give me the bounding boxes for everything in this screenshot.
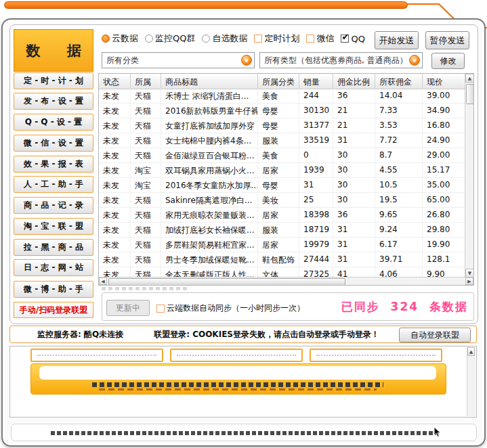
checkbox-wechat[interactable]: 微信 [306, 32, 334, 45]
updating-button[interactable]: 更新中 [106, 300, 150, 316]
table-row[interactable]: 未发天猫禾博士 浓缩乳清蛋白...美食2443614.0439.00 [99, 89, 466, 104]
table-cell: 29.80 [423, 223, 466, 237]
column-header[interactable]: 商品标题 [161, 74, 258, 89]
checkbox-timer-plan[interactable]: 定时计划 [254, 32, 299, 45]
bottom-marquee [11, 424, 477, 441]
sidebar-item-taobao-alliance[interactable]: 淘 - 宝 - 联 - 盟 [14, 218, 93, 235]
table-row[interactable]: 未发天猫家用无痕晾衣架量贩装...居家18398369.6526.80 [99, 208, 466, 223]
vertical-scroll-thumb[interactable] [466, 84, 474, 104]
table-cell: 未发 [99, 89, 131, 103]
radio-cloud-data[interactable]: 云数据 [102, 32, 138, 45]
table-cell: 未发 [99, 208, 131, 222]
title-bar[interactable] [4, 1, 408, 9]
table-row[interactable]: 未发天猫女士纯棉中腰内裤4条...服装33519317.7224.90 [99, 133, 466, 148]
web-banner-card[interactable] [170, 349, 303, 362]
checkbox-icon[interactable] [341, 35, 349, 43]
banner-inner-strip [39, 366, 436, 380]
sidebar-item-publish-settings[interactable]: 发 - 布 - 设 - 置 [14, 93, 93, 110]
table-row[interactable]: 未发天猫多层鞋架简易鞋柜宜家...居家19979316.1719.90 [99, 238, 466, 252]
table-cell: 10.5 [375, 178, 423, 192]
auto-login-button[interactable]: 自动登录联盟 [399, 328, 471, 342]
table-row[interactable]: 未发天猫金佰滋绿豆百合银耳粉...美食0308.729.00 [99, 148, 466, 163]
column-header[interactable]: 所属 [131, 74, 161, 89]
sidebar-item-blacklist-product[interactable]: 拉 - 黑 - 商 - 品 [14, 239, 93, 256]
table-cell: 7.72 [375, 133, 423, 148]
table-row[interactable]: 未发淘宝2016冬季女童防水加厚...母婴313010.535.00 [99, 178, 466, 193]
horizontal-scrollbar[interactable]: ◀ ▶ [99, 277, 473, 285]
category-dropdown-value: 所有分类 [106, 55, 139, 66]
scroll-up-icon[interactable]: ▲ [465, 74, 474, 83]
webview-scrollbar[interactable]: ▲ [467, 347, 475, 416]
radio-icon[interactable] [102, 35, 110, 43]
table-cell: 33519 [299, 133, 333, 148]
category-dropdown[interactable]: 所有分类 v [102, 52, 255, 68]
sidebar-manual-login-button[interactable]: 手动/扫码登录联盟 [14, 302, 93, 318]
mouse-cursor [433, 427, 442, 438]
table-cell: 19.5 [375, 193, 423, 207]
checkbox-cloud-auto-sync[interactable]: 云端数据自动同步（一小时同步一次） [156, 303, 305, 314]
table-row[interactable]: 未发天猫女童打底裤加绒加厚外穿母婴31377213.5316.80 [99, 118, 466, 133]
table-row[interactable]: 未发天猫Sakinre隔离遮瑕净白...美妆253019.565.00 [99, 193, 466, 208]
sidebar-item-log-website[interactable]: 日 - 志 - 网 - 站 [14, 259, 93, 276]
scroll-left-icon[interactable]: ◀ [99, 277, 107, 285]
table-cell: 31 [333, 223, 375, 237]
table-row[interactable]: 未发天猫男士冬季加绒保暖短靴...鞋包配饰274443139.71128.1 [99, 252, 466, 267]
radio-icon[interactable] [145, 35, 153, 43]
table-cell: 31 [333, 238, 375, 252]
table-cell: 27325 [299, 267, 333, 277]
chevron-down-icon[interactable]: v [409, 55, 420, 66]
table-row[interactable]: 未发天猫全本无删减版正版人性...文体27325414.069.90 [99, 267, 466, 277]
sidebar-item-manual-assistant[interactable]: 人 - 工 - 助 - 手 [14, 176, 93, 193]
table-cell: 6.17 [375, 238, 423, 252]
table-row[interactable]: 未发淘宝双耳锅具家用蒸锅小火...居家1939304.5515.17 [99, 163, 466, 178]
table-cell: 天猫 [131, 89, 161, 103]
start-send-button[interactable]: 开始发送 [375, 31, 419, 49]
scroll-right-icon[interactable]: ▶ [465, 277, 473, 285]
table-cell: 4.06 [375, 267, 423, 277]
web-banner-card[interactable] [310, 349, 442, 362]
sidebar-item-product-record[interactable]: 商 - 品 - 记 - 录 [14, 197, 93, 214]
column-header[interactable]: 销量 [299, 74, 333, 89]
sidebar-item-wechat-settings[interactable]: 微 - 信 - 设 - 置 [14, 135, 93, 152]
checkbox-icon[interactable] [254, 35, 262, 43]
column-header[interactable]: 现价 [423, 74, 466, 89]
checkbox-qq[interactable]: QQ [341, 34, 364, 44]
column-header[interactable]: 佣金比例 [333, 74, 375, 89]
web-banner-card[interactable] [30, 349, 163, 362]
table-cell: 天猫 [131, 267, 161, 277]
sidebar-item-weibo-assistant[interactable]: 微 - 博 - 助 - 手 [14, 281, 93, 298]
vertical-scrollbar[interactable]: ▲ ▼ [465, 74, 473, 277]
table-cell: 31 [333, 252, 375, 267]
radio-monitor-qq-group[interactable]: 监控QQ群 [145, 32, 195, 45]
table-cell: 30130 [299, 104, 333, 118]
column-header[interactable]: 所属分类 [258, 74, 299, 89]
column-header[interactable]: 状态 [99, 74, 131, 89]
sidebar-item-effect-report[interactable]: 效 - 果 - 报 - 表 [14, 156, 93, 173]
table-cell: 天猫 [131, 238, 161, 252]
table-cell: 天猫 [131, 133, 161, 148]
pause-send-button[interactable]: 暂停发送 [425, 31, 469, 49]
column-header[interactable]: 所获佣金 [375, 74, 423, 89]
chevron-down-icon[interactable]: v [241, 55, 252, 66]
radio-icon[interactable] [202, 35, 210, 43]
radio-custom-data[interactable]: 自选数据 [202, 32, 247, 45]
checkbox-label: 云端数据自动同步（一小时同步一次） [167, 303, 305, 314]
scroll-up-icon[interactable]: ▲ [467, 347, 475, 356]
web-promo-banner[interactable] [30, 363, 446, 395]
table-cell: 未发 [99, 193, 131, 207]
modify-button[interactable]: 修改 [431, 53, 465, 69]
checkbox-icon[interactable] [306, 35, 314, 43]
horizontal-scroll-thumb[interactable] [108, 278, 345, 286]
table-cell: 9.65 [375, 208, 423, 222]
sidebar-item-timer-plan[interactable]: 定 - 时 - 计 - 划 [14, 72, 93, 89]
table-cell: 3.53 [375, 118, 423, 133]
table-row[interactable]: 未发天猫2016新款韩版男童牛仔裤母婴30130217.3334.90 [99, 104, 466, 118]
sidebar-item-qq-settings[interactable]: Q - Q - 设 - 置 [14, 114, 93, 131]
table-row[interactable]: 未发天猫加绒打底衫女长袖保暖...服装18719319.2429.80 [99, 223, 466, 238]
embedded-web-view[interactable]: ▲ [9, 346, 477, 418]
illegible-banner-text [92, 382, 383, 387]
type-dropdown[interactable]: 所有类型（包括优惠券商品, 普通商品） v [259, 52, 423, 68]
checkbox-icon[interactable] [156, 305, 165, 313]
product-table: 状态所属商品标题所属分类销量佣金比例所获佣金现价 未发天猫禾博士 浓缩乳清蛋白.… [98, 73, 474, 286]
table-cell: 31 [333, 133, 375, 148]
